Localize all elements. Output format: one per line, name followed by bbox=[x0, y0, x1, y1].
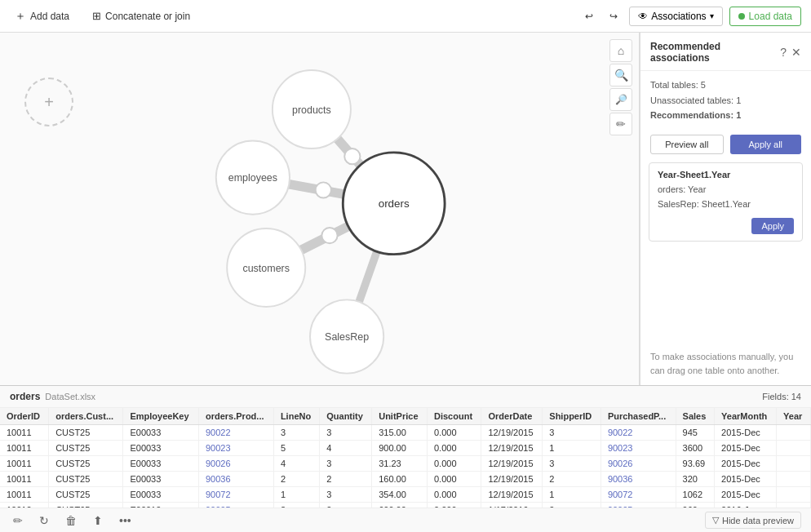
home-button[interactable]: ⌂ bbox=[609, 39, 632, 62]
table-cell: 2015-Dec bbox=[715, 456, 777, 472]
data-table-wrap[interactable]: OrderIDorders.Cust...EmployeeKeyorders.P… bbox=[0, 408, 811, 508]
column-header: UnitPrice bbox=[372, 408, 428, 425]
table-cell: 12/19/2015 bbox=[481, 425, 543, 441]
svg-point-5 bbox=[316, 182, 331, 197]
table-cell[interactable]: 90036 bbox=[600, 472, 676, 487]
data-source-name: orders bbox=[10, 391, 40, 402]
table-cell: 3 bbox=[320, 425, 372, 441]
concatenate-label: Concatenate or join bbox=[105, 11, 190, 22]
canvas-area[interactable]: + products employees orders customer bbox=[0, 33, 640, 385]
column-header: LineNo bbox=[273, 408, 319, 425]
table-cell: 0.000 bbox=[427, 487, 481, 503]
data-table-body: 10011CUST25E000339002233315.000.00012/19… bbox=[0, 425, 811, 508]
table-cell: 5 bbox=[273, 441, 319, 456]
table-row: 10011CUST25E000339003622160.000.00012/19… bbox=[0, 472, 811, 487]
table-cell: 320 bbox=[676, 472, 714, 487]
table-row: 10011CUST25E00033900264331.230.00012/19/… bbox=[0, 456, 811, 472]
recommendations-value: 1 bbox=[736, 110, 741, 120]
zoom-in-button[interactable]: 🔍 bbox=[609, 64, 632, 86]
table-cell: E00033 bbox=[123, 425, 199, 441]
table-cell: 12/19/2015 bbox=[481, 487, 543, 503]
plus-icon: ＋ bbox=[15, 9, 26, 24]
data-panel-footer: ✏ ↻ 🗑 ⬆ ••• ▽ Hide data preview bbox=[0, 508, 811, 532]
table-cell: E00033 bbox=[123, 472, 199, 487]
apply-recommendation-button[interactable]: Apply bbox=[751, 218, 794, 234]
table-cell: 3 bbox=[543, 425, 601, 441]
svg-text:customers: customers bbox=[242, 263, 290, 274]
refresh-icon: ↻ bbox=[39, 514, 49, 527]
table-cell: 1062 bbox=[676, 487, 714, 503]
table-cell: CUST25 bbox=[49, 425, 123, 441]
table-cell: 10011 bbox=[0, 472, 49, 487]
more-icon: ••• bbox=[119, 514, 131, 527]
pencil-icon: ✏ bbox=[616, 117, 626, 131]
pencil-button[interactable]: ✏ bbox=[609, 113, 632, 135]
table-cell: 900.00 bbox=[372, 441, 428, 456]
hide-data-label: Hide data preview bbox=[722, 516, 794, 525]
add-data-label: Add data bbox=[30, 11, 69, 22]
data-source-file: DataSet.xlsx bbox=[45, 392, 95, 401]
trash-icon: 🗑 bbox=[65, 514, 77, 527]
table-cell: 12/19/2015 bbox=[481, 456, 543, 472]
table-cell: 2015-Dec bbox=[715, 441, 777, 456]
chevron-down-icon: ▾ bbox=[710, 11, 714, 20]
table-cell[interactable]: 90072 bbox=[600, 487, 676, 503]
unassociated-label: Unassociated tables: bbox=[650, 95, 733, 105]
table-cell: CUST25 bbox=[49, 441, 123, 456]
table-cell: 10011 bbox=[0, 425, 49, 441]
preview-all-button[interactable]: Preview all bbox=[650, 135, 724, 154]
table-cell[interactable]: 90026 bbox=[600, 456, 676, 472]
more-options-button[interactable]: ••• bbox=[116, 512, 135, 529]
table-cell[interactable]: 90036 bbox=[198, 472, 273, 487]
table-cell: CUST25 bbox=[49, 456, 123, 472]
table-cell: E00033 bbox=[123, 487, 199, 503]
close-panel-button[interactable]: ✕ bbox=[791, 46, 801, 59]
hide-data-button[interactable]: ▽ Hide data preview bbox=[705, 512, 801, 529]
undo-button[interactable]: ↩ bbox=[580, 7, 598, 25]
zoom-out-button[interactable]: 🔎 bbox=[609, 88, 632, 111]
recommendations-label: Recommendations: bbox=[650, 110, 733, 120]
concatenate-icon: ⊞ bbox=[92, 10, 101, 22]
table-cell: 315.00 bbox=[372, 425, 428, 441]
refresh-icon-button[interactable]: ↻ bbox=[36, 512, 52, 529]
table-cell bbox=[777, 472, 811, 487]
column-header: YearMonth bbox=[715, 408, 777, 425]
table-cell[interactable]: 90072 bbox=[198, 487, 273, 503]
column-header: PurchasedP... bbox=[600, 408, 676, 425]
main-area: + products employees orders customer bbox=[0, 33, 811, 385]
add-data-button[interactable]: ＋ Add data bbox=[10, 6, 74, 27]
data-panel-header: orders DataSet.xlsx Fields: 14 bbox=[0, 386, 811, 408]
concatenate-button[interactable]: ⊞ Concatenate or join bbox=[87, 7, 195, 25]
table-cell: 12/19/2015 bbox=[481, 472, 543, 487]
help-button[interactable]: ? bbox=[780, 46, 787, 59]
edit-icon-button[interactable]: ✏ bbox=[10, 512, 26, 529]
associations-label: Associations bbox=[651, 11, 706, 22]
upload-icon: ⬆ bbox=[93, 514, 103, 527]
table-cell[interactable]: 90023 bbox=[600, 441, 676, 456]
data-table: OrderIDorders.Cust...EmployeeKeyorders.P… bbox=[0, 408, 811, 508]
column-header: Sales bbox=[676, 408, 714, 425]
table-cell: 4 bbox=[273, 456, 319, 472]
table-cell: 12/19/2015 bbox=[481, 441, 543, 456]
table-cell: CUST25 bbox=[49, 472, 123, 487]
toolbar-right: ↩ ↪ 👁 Associations ▾ Load data bbox=[580, 7, 801, 26]
associations-button[interactable]: 👁 Associations ▾ bbox=[629, 7, 722, 26]
toolbar: ＋ Add data ⊞ Concatenate or join ↩ ↪ 👁 A… bbox=[0, 0, 811, 33]
redo-button[interactable]: ↪ bbox=[605, 7, 623, 25]
undo-icon: ↩ bbox=[585, 11, 593, 22]
table-cell[interactable]: 90022 bbox=[600, 425, 676, 441]
load-data-button[interactable]: Load data bbox=[729, 7, 801, 26]
column-header: OrderID bbox=[0, 408, 49, 425]
svg-point-4 bbox=[344, 149, 360, 164]
delete-icon-button[interactable]: 🗑 bbox=[62, 512, 80, 529]
table-cell[interactable]: 90026 bbox=[198, 456, 273, 472]
apply-all-button[interactable]: Apply all bbox=[730, 135, 802, 154]
table-row: 10011CUST25E000339002354900.000.00012/19… bbox=[0, 441, 811, 456]
table-cell[interactable]: 90022 bbox=[198, 425, 273, 441]
canvas-controls: ⌂ 🔍 🔎 ✏ bbox=[609, 39, 632, 135]
panel-stats: Total tables: 5 Unassociated tables: 1 R… bbox=[640, 71, 811, 130]
table-cell[interactable]: 90023 bbox=[198, 441, 273, 456]
column-header-row: OrderIDorders.Cust...EmployeeKeyorders.P… bbox=[0, 408, 811, 425]
table-cell: 0.000 bbox=[427, 425, 481, 441]
upload-icon-button[interactable]: ⬆ bbox=[90, 512, 106, 529]
